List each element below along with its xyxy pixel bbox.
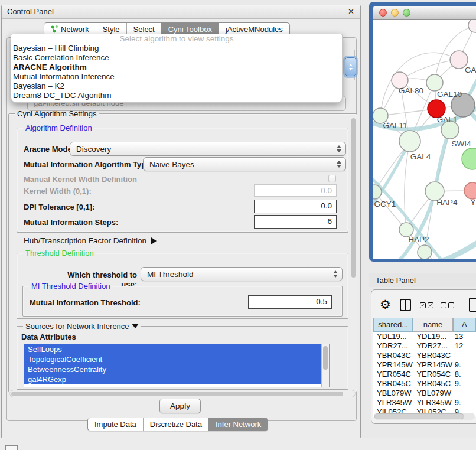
table-cell: YDL19... — [373, 332, 413, 341]
float-window-icon[interactable] — [337, 9, 343, 15]
settings-vertical-scrollbar[interactable] — [350, 116, 357, 389]
combo-arrows-icon — [334, 161, 345, 168]
status-area — [0, 438, 476, 450]
algorithm-option[interactable]: Dream8 DC_TDC Algorithm — [11, 91, 342, 100]
data-attribute-item[interactable]: SelfLoops — [24, 344, 322, 354]
combo-stepper-focused[interactable] — [345, 57, 356, 76]
dpi-tolerance-field[interactable]: 0.0 — [254, 200, 337, 213]
network-node[interactable] — [462, 148, 476, 169]
table-cell — [453, 351, 476, 360]
table-body: YDL19...YDL19...13YDR27...YDR27...12YBR0… — [373, 332, 476, 417]
network-node[interactable] — [464, 182, 476, 199]
table-cell: YER054C — [413, 370, 452, 379]
combo-arrows-icon — [334, 145, 345, 152]
table-row[interactable]: YBL079WYBL079W — [373, 389, 476, 398]
sources-legend[interactable]: Sources for Network Inference — [23, 322, 141, 331]
table-row[interactable]: YLR345WYLR345W9. — [373, 398, 476, 407]
tab-discretize-data[interactable]: Discretize Data — [143, 418, 208, 431]
data-attribute-item[interactable]: gal4RGexp — [24, 374, 322, 384]
node-label: GCY1 — [374, 200, 396, 208]
split-table-icon[interactable] — [400, 299, 411, 311]
table-cell: YBL079W — [373, 389, 413, 398]
dock-panel-icon[interactable] — [5, 445, 18, 450]
algorithm-popup-list: Bayesian – Hill ClimbingBasic Correlatio… — [11, 44, 342, 100]
hub-definition-expander[interactable]: Hub/Transcription Factor Definition — [24, 236, 157, 246]
table-cell: YBR043C — [373, 351, 413, 360]
table-horizontal-scrollbar[interactable] — [374, 413, 475, 420]
bottom-tabbar: Impute Data Discretize Data Infer Networ… — [87, 418, 268, 431]
node-label: SWI4 — [451, 139, 471, 148]
network-canvas[interactable]: GALGAL80GAL10GAL1GAL11SWI4GAL4GCY1HAP4YH… — [373, 20, 476, 259]
network-window-titlebar[interactable] — [373, 6, 476, 20]
algorithm-popup-placeholder: Select algorithm to view settings — [11, 34, 342, 44]
table-cell: YBR045C — [413, 379, 452, 389]
mi-threshold-label: Mutual Information Threshold: — [30, 298, 141, 308]
aracne-mode-combo[interactable]: Discovery — [70, 142, 346, 156]
node-label: GAL10 — [437, 90, 462, 99]
select-all-columns-icon[interactable]: ✓✓ — [420, 302, 433, 308]
close-panel-icon[interactable]: ✕ — [348, 5, 354, 18]
network-node[interactable] — [418, 245, 432, 259]
table-row[interactable]: YDL19...YDL19...13 — [373, 332, 476, 341]
algorithm-option[interactable]: ARACNE Algorithm — [11, 63, 342, 72]
mi-steps-label: Mutual Information Steps: — [24, 218, 118, 227]
network-node[interactable] — [399, 131, 420, 152]
algorithm-option[interactable]: Basic Correlation Inference — [11, 53, 342, 63]
minimize-window-icon[interactable] — [391, 9, 399, 17]
node-label: GAL1 — [437, 115, 458, 124]
table-cell: 9. — [453, 379, 476, 389]
column-header[interactable]: A — [453, 318, 476, 332]
table-cell: YLR345W — [413, 398, 452, 407]
manual-kernel-checkbox[interactable] — [328, 175, 336, 182]
node-label: Y — [470, 198, 475, 207]
combo-arrows-icon — [330, 270, 342, 278]
table-cell — [453, 389, 476, 398]
close-window-icon[interactable] — [379, 9, 387, 17]
algorithm-option[interactable]: Bayesian – K2 — [11, 81, 342, 91]
node-label: HAP4 — [436, 198, 458, 207]
column-header[interactable]: name — [413, 318, 452, 332]
tab-impute-data[interactable]: Impute Data — [88, 418, 143, 431]
network-node[interactable] — [468, 20, 476, 32]
dpi-tolerance-label: DPI Tolerance [0,1]: — [24, 203, 94, 212]
table-row[interactable]: YER054CYER054C8. — [373, 370, 476, 379]
network-view-window: GALGAL80GAL10GAL1GAL11SWI4GAL4GCY1HAP4YH… — [369, 2, 476, 262]
table-row[interactable]: YBR045CYBR045C9. — [373, 379, 476, 389]
algorithm-option[interactable]: Bayesian – Hill Climbing — [11, 44, 342, 53]
settings-horizontal-scrollbar[interactable] — [9, 390, 356, 397]
node-table: shared...nameA YDL19...YDL19...13YDR27..… — [373, 318, 476, 417]
zoom-window-icon[interactable] — [403, 9, 410, 17]
mi-type-combo[interactable]: Naive Bayes — [143, 157, 346, 171]
table-row[interactable]: YDR27...YDR27...12 — [373, 341, 476, 351]
table-cell: YER054C — [373, 370, 413, 379]
table-row[interactable]: YBR043CYBR043C — [373, 351, 476, 360]
apply-button[interactable]: Apply — [159, 399, 201, 413]
table-header-row: shared...nameA — [373, 318, 476, 332]
algorithm-option[interactable]: Mutual Information Inference — [11, 72, 342, 81]
node-label: GAL80 — [399, 86, 423, 95]
column-header[interactable]: shared... — [373, 318, 413, 332]
gear-icon[interactable]: ⚙ — [380, 298, 391, 312]
table-cell: YBR043C — [413, 351, 452, 360]
kernel-width-field[interactable]: 0.0 — [254, 184, 337, 197]
file-icon[interactable] — [469, 298, 476, 312]
node-label: GAL4 — [410, 152, 431, 161]
network-node[interactable] — [426, 74, 443, 91]
data-attributes-listbox: SelfLoopsTopologicalCoefficientBetweenne… — [24, 344, 330, 387]
aracne-mode-label: Aracne Mode: — [24, 145, 74, 154]
which-threshold-combo[interactable]: MI Threshold — [141, 267, 343, 281]
expand-right-icon — [151, 237, 157, 244]
deselect-all-columns-icon[interactable] — [441, 302, 454, 308]
table-cell: 9. — [453, 398, 476, 407]
data-attribute-item[interactable]: TopologicalCoefficient — [24, 354, 322, 364]
mi-steps-field[interactable]: 6 — [254, 215, 337, 229]
table-panel-title: Table Panel — [376, 276, 416, 285]
table-row[interactable]: YPR145WYPR145W9. — [373, 360, 476, 370]
tab-infer-network[interactable]: Infer Network — [208, 418, 268, 431]
data-attribute-item[interactable]: BetweennessCentrality — [24, 364, 322, 374]
node-label: GAL — [465, 66, 476, 74]
mi-threshold-field[interactable]: 0.5 — [248, 295, 332, 309]
table-cell: YPR145W — [413, 360, 452, 370]
list-scrollbar[interactable] — [321, 344, 329, 387]
node-label: GAL11 — [383, 121, 407, 130]
